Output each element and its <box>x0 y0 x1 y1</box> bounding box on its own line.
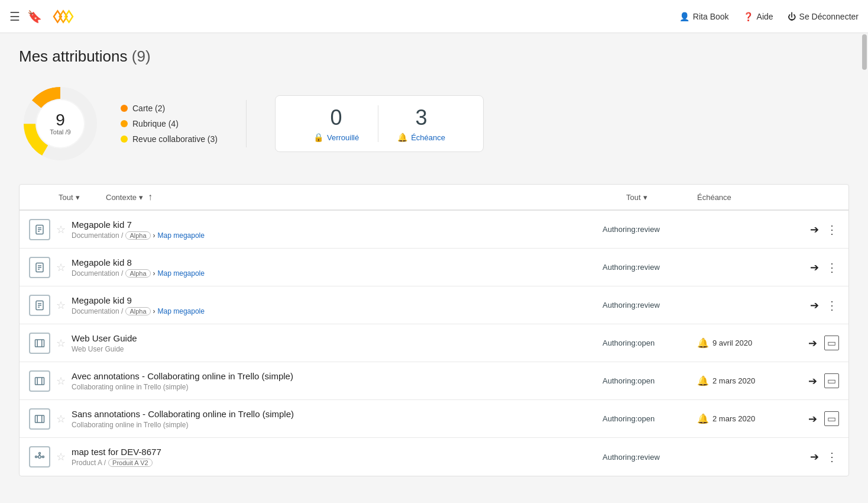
row-go-arrow-6[interactable]: ➔ <box>810 450 819 463</box>
th-echeance: Échéance <box>697 193 792 202</box>
hamburger-icon[interactable]: ☰ <box>9 9 20 24</box>
donut-center: 9 Total /9 <box>50 112 70 136</box>
stats-divider <box>246 100 247 147</box>
row-star-5[interactable]: ☆ <box>56 412 66 425</box>
row-star-4[interactable]: ☆ <box>56 375 66 388</box>
legend-item-rubrique: Rubrique (4) <box>121 119 218 128</box>
scrollbar-track[interactable] <box>861 33 868 503</box>
row-map-0[interactable]: Map megapole <box>158 231 205 240</box>
logout-button[interactable]: ⏻ Se Déconnecter <box>788 12 859 21</box>
row-echeance-4: 🔔 2 mars 2020 <box>697 375 792 386</box>
row-star-6[interactable]: ☆ <box>56 450 66 463</box>
user-name: Rita Book <box>693 12 729 21</box>
row-title-5: Sans annotations - Collaborating online … <box>72 409 294 419</box>
th-tout-right[interactable]: Tout <box>626 193 697 202</box>
row-subtitle-text-6: Product A / <box>72 459 106 467</box>
row-echeance-5: 🔔 2 mars 2020 <box>697 413 792 424</box>
row-actions-3: ➔ ▭ <box>792 336 839 350</box>
th-contexte-label: Contexte <box>106 193 137 202</box>
svg-rect-26 <box>35 415 44 423</box>
row-more-dots-0[interactable]: ⋮ <box>826 223 839 237</box>
row-go-arrow-1[interactable]: ➔ <box>810 261 819 274</box>
row-more-dots-1[interactable]: ⋮ <box>826 260 839 275</box>
th-tout-right-label: Tout <box>626 193 641 202</box>
row-map-1[interactable]: Map megapole <box>158 269 205 278</box>
th-tout-left-label: Tout <box>59 193 73 202</box>
row-more-dots-2[interactable]: ⋮ <box>826 298 839 312</box>
aide-button[interactable]: ❓ Aide <box>743 12 773 21</box>
row-title-2: Megapole kid 9 <box>72 295 205 305</box>
header: ☰ 🔖 👤 Rita Book ❓ Aide ⏻ Se Déconnecter <box>0 0 868 33</box>
row-subtitle-4: Collaborating online in Trello (simple) <box>72 383 293 391</box>
scrollbar-thumb[interactable] <box>862 34 867 70</box>
row-comment-5[interactable]: ▭ <box>824 411 839 426</box>
row-title-4: Avec annotations - Collaborating online … <box>72 371 293 381</box>
row-info-2: Megapole kid 9 Documentation / Alpha › M… <box>72 295 205 315</box>
row-map-2[interactable]: Map megapole <box>158 307 205 315</box>
bookmark-icon[interactable]: 🔖 <box>27 9 42 24</box>
logo-svg <box>49 7 77 26</box>
row-subtitle-6: Product A / Produit A V2 <box>72 459 161 467</box>
th-tout-right-chevron <box>643 193 647 202</box>
row-go-arrow-5[interactable]: ➔ <box>808 412 817 425</box>
row-tag-2: Alpha <box>125 307 150 315</box>
row-status-5: Authoring:open <box>603 414 697 423</box>
bell-icon: 🔔 <box>397 133 407 142</box>
th-contexte[interactable]: Contexte ↑ <box>106 192 626 202</box>
row-go-arrow-4[interactable]: ➔ <box>808 375 817 388</box>
logo <box>49 7 77 26</box>
row-left-0: ☆ Megapole kid 7 Documentation / Alpha ›… <box>29 219 603 240</box>
row-date-4: 2 mars 2020 <box>712 376 755 385</box>
row-left-4: ☆ Avec annotations - Collaborating onlin… <box>29 370 603 392</box>
table-row: ☆ Avec annotations - Collaborating onlin… <box>20 362 848 400</box>
row-subtitle-text-2: Documentation / <box>72 307 123 315</box>
row-info-3: Web User Guide Web User Guide <box>72 333 137 353</box>
row-go-arrow-0[interactable]: ➔ <box>810 223 819 236</box>
row-go-arrow-3[interactable]: ➔ <box>808 337 817 350</box>
row-comment-4[interactable]: ▭ <box>824 373 839 388</box>
row-go-arrow-2[interactable]: ➔ <box>810 299 819 312</box>
sort-up-icon: ↑ <box>148 192 153 202</box>
stats-section: 9 Total /9 Carte (2) Rubrique (4) Revue … <box>19 82 849 165</box>
row-subtitle-0: Documentation / Alpha › Map megapole <box>72 231 205 240</box>
user-menu[interactable]: 👤 Rita Book <box>679 12 729 21</box>
legend-label-rubrique: Rubrique (4) <box>132 119 179 128</box>
row-actions-6: ➔ ⋮ <box>792 450 839 464</box>
badge-echeance-label: Échéance <box>411 133 445 142</box>
lock-icon: 🔒 <box>313 133 323 142</box>
svg-point-29 <box>38 456 41 459</box>
power-icon: ⏻ <box>788 12 796 21</box>
row-status-4: Authoring:open <box>603 376 697 385</box>
badge-verrouille-row: 🔒 Verrouillé <box>313 133 359 142</box>
th-echeance-label: Échéance <box>697 193 731 202</box>
row-star-3[interactable]: ☆ <box>56 337 66 350</box>
th-tout-left[interactable]: Tout <box>59 193 106 202</box>
row-actions-1: ➔ ⋮ <box>792 260 839 275</box>
th-tout-chevron <box>76 193 80 202</box>
row-more-dots-6[interactable]: ⋮ <box>826 450 839 464</box>
row-info-1: Megapole kid 8 Documentation / Alpha › M… <box>72 257 205 278</box>
svg-point-30 <box>35 456 37 458</box>
header-right: 👤 Rita Book ❓ Aide ⏻ Se Déconnecter <box>679 12 859 21</box>
help-icon: ❓ <box>743 12 753 21</box>
row-star-1[interactable]: ☆ <box>56 261 66 274</box>
row-star-0[interactable]: ☆ <box>56 223 66 236</box>
svg-rect-23 <box>35 378 44 385</box>
row-subtitle-2: Documentation / Alpha › Map megapole <box>72 307 205 315</box>
row-actions-4: ➔ ▭ <box>792 373 839 388</box>
donut-number: 9 <box>50 112 70 128</box>
row-arrow-1: › <box>153 269 156 278</box>
row-status-3: Authoring:open <box>603 338 697 347</box>
legend-dot-revue <box>121 136 128 143</box>
table-row: ☆ Megapole kid 8 Documentation / Alpha ›… <box>20 249 848 286</box>
logout-label: Se Déconnecter <box>799 12 859 21</box>
legend-label-carte: Carte (2) <box>132 104 165 113</box>
row-icon-doc-1 <box>29 257 50 278</box>
row-comment-3[interactable]: ▭ <box>824 336 839 350</box>
badge-verrouille: 0 🔒 Verrouillé <box>294 105 378 142</box>
row-status-2: Authoring:review <box>603 301 697 309</box>
row-info-0: Megapole kid 7 Documentation / Alpha › M… <box>72 220 205 240</box>
legend-label-revue: Revue collaborative (3) <box>132 134 218 144</box>
row-tag-1: Alpha <box>125 269 150 278</box>
row-star-2[interactable]: ☆ <box>56 299 66 312</box>
